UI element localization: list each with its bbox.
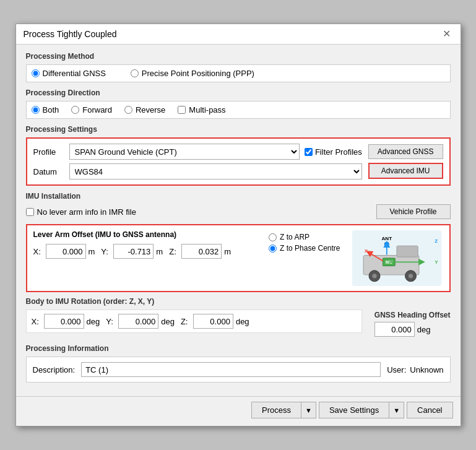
multipass-option: Multi-pass <box>178 105 225 115</box>
settings-left: Profile SPAN Ground Vehicle (CPT) Filter… <box>33 144 362 180</box>
imu-installation-section: IMU Installation No lever arm info in IM… <box>26 192 451 292</box>
description-input[interactable] <box>81 362 381 377</box>
user-label: User: <box>387 365 406 374</box>
lever-arm-y-label: Y: <box>101 247 111 256</box>
both-label[interactable]: Both <box>43 105 59 115</box>
rotation-y-label: Y: <box>106 317 116 326</box>
process-button[interactable]: Process <box>251 402 301 418</box>
rotation-inputs-row: X: deg Y: deg Z: deg <box>26 309 362 333</box>
save-settings-split-button: Save Settings ▼ <box>319 402 404 418</box>
gnss-heading-value-group: deg <box>374 322 451 337</box>
filter-profiles-label[interactable]: Filter Profiles <box>315 147 362 157</box>
both-radio[interactable] <box>32 106 40 114</box>
dialog-title: Process Tightly Coupled <box>24 29 117 39</box>
reverse-radio[interactable] <box>124 106 132 114</box>
processing-method-row: Differential GNSS Precise Point Position… <box>26 64 451 82</box>
profile-label: Profile <box>33 147 64 157</box>
lever-arm-box: Lever Arm Offset (IMU to GNSS antenna) X… <box>26 224 451 292</box>
info-row: Description: User: Unknown <box>33 362 444 377</box>
gnss-heading-box: GNSS Heading Offset deg <box>374 311 451 337</box>
z-to-arp-option: Z to ARP <box>269 233 340 241</box>
differential-gnss-radio[interactable] <box>32 69 40 77</box>
lever-arm-y-group: Y: m <box>101 244 163 259</box>
processing-info-section: Processing Information Description: User… <box>26 344 451 383</box>
profile-select[interactable]: SPAN Ground Vehicle (CPT) <box>69 144 300 160</box>
lever-arm-x-unit: m <box>89 247 95 256</box>
dialog-window: Process Tightly Coupled ✕ Processing Met… <box>15 24 461 426</box>
processing-direction-label: Processing Direction <box>26 89 451 97</box>
z-to-arp-label[interactable]: Z to ARP <box>280 233 309 241</box>
differential-gnss-option: Differential GNSS <box>32 69 106 78</box>
forward-radio[interactable] <box>71 106 79 114</box>
rotation-z-unit: deg <box>236 317 249 326</box>
advanced-imu-button[interactable]: Advanced IMU <box>368 163 443 179</box>
processing-settings-section: Processing Settings Profile SPAN Ground … <box>26 125 451 186</box>
svg-text:ANT: ANT <box>381 236 392 241</box>
close-button[interactable]: ✕ <box>440 29 453 39</box>
rotation-z-input[interactable] <box>193 314 233 329</box>
ppp-radio[interactable] <box>131 69 139 77</box>
multipass-checkbox[interactable] <box>178 106 186 114</box>
vehicle-profile-button[interactable]: Vehicle Profile <box>376 204 451 219</box>
description-label: Description: <box>33 365 76 374</box>
bottom-buttons: Process ▼ Save Settings ▼ Cancel <box>16 396 461 426</box>
z-to-phase-radio[interactable] <box>269 244 277 253</box>
lever-arm-z-input[interactable] <box>181 244 222 259</box>
save-settings-dropdown-arrow[interactable]: ▼ <box>389 402 404 418</box>
user-group: User: Unknown <box>387 365 443 374</box>
ppp-label[interactable]: Precise Point Positioning (PPP) <box>142 69 254 78</box>
svg-point-4 <box>372 274 376 278</box>
lever-arm-y-input[interactable] <box>113 244 154 259</box>
lever-arm-x-group: X: m <box>33 244 95 259</box>
z-to-phase-option: Z to Phase Centre <box>269 244 340 253</box>
cancel-button[interactable]: Cancel <box>407 402 452 418</box>
z-to-phase-label[interactable]: Z to Phase Centre <box>280 244 340 253</box>
lever-arm-title: Lever Arm Offset (IMU to GNSS antenna) <box>33 230 259 239</box>
lever-arm-y-unit: m <box>156 247 163 256</box>
imu-installation-label: IMU Installation <box>26 192 451 201</box>
rotation-z-group: Z: deg <box>181 314 249 329</box>
rotation-label: Body to IMU Rotation (order: Z, X, Y) <box>26 297 451 306</box>
process-dropdown-arrow[interactable]: ▼ <box>301 402 316 418</box>
title-bar: Process Tightly Coupled ✕ <box>16 24 461 45</box>
vehicle-diagram: ANT IMU Z Y X <box>350 230 443 286</box>
multipass-label[interactable]: Multi-pass <box>189 105 225 115</box>
svg-text:Y: Y <box>435 259 438 265</box>
forward-label[interactable]: Forward <box>82 105 112 115</box>
save-settings-button[interactable]: Save Settings <box>319 402 389 418</box>
processing-direction-row: Both Forward Reverse Multi-pass <box>26 101 451 119</box>
rotation-y-input[interactable] <box>118 314 158 329</box>
lever-arm-x-input[interactable] <box>46 244 86 259</box>
filter-profiles-group: Filter Profiles <box>305 147 362 157</box>
rotation-x-group: X: deg <box>32 314 100 329</box>
rotation-y-unit: deg <box>161 317 175 326</box>
rotation-x-input[interactable] <box>44 314 84 329</box>
datum-select[interactable]: WGS84 <box>69 163 362 180</box>
rotation-row-wrap: X: deg Y: deg Z: deg <box>26 309 451 338</box>
process-split-button: Process ▼ <box>251 402 316 418</box>
reverse-option: Reverse <box>124 105 165 115</box>
reverse-label[interactable]: Reverse <box>136 105 165 115</box>
processing-method-section: Processing Method Differential GNSS Prec… <box>26 52 451 82</box>
svg-text:Z: Z <box>435 238 438 244</box>
no-lever-arm-checkbox[interactable] <box>26 208 34 216</box>
datum-label: Datum <box>33 167 64 176</box>
svg-point-6 <box>408 274 412 278</box>
differential-gnss-label[interactable]: Differential GNSS <box>43 69 106 78</box>
profile-row: Profile SPAN Ground Vehicle (CPT) Filter… <box>33 144 362 160</box>
svg-text:X: X <box>364 248 368 254</box>
lever-arm-left: Lever Arm Offset (IMU to GNSS antenna) X… <box>33 230 259 259</box>
rotation-section: Body to IMU Rotation (order: Z, X, Y) X:… <box>26 297 451 338</box>
processing-settings-box: Profile SPAN Ground Vehicle (CPT) Filter… <box>26 137 451 186</box>
gnss-heading-label: GNSS Heading Offset <box>374 311 451 319</box>
rotation-y-group: Y: deg <box>106 314 175 329</box>
processing-settings-label: Processing Settings <box>26 125 451 134</box>
gnss-heading-input[interactable] <box>374 322 415 337</box>
filter-profiles-checkbox[interactable] <box>305 148 313 156</box>
settings-right: Advanced GNSS Advanced IMU <box>368 144 443 180</box>
processing-info-box: Description: User: Unknown <box>26 357 451 383</box>
advanced-gnss-button[interactable]: Advanced GNSS <box>368 144 443 159</box>
dialog-body: Processing Method Differential GNSS Prec… <box>16 45 461 396</box>
z-to-arp-radio[interactable] <box>269 233 277 241</box>
no-lever-arm-label[interactable]: No lever arm info in IMR file <box>37 207 136 217</box>
